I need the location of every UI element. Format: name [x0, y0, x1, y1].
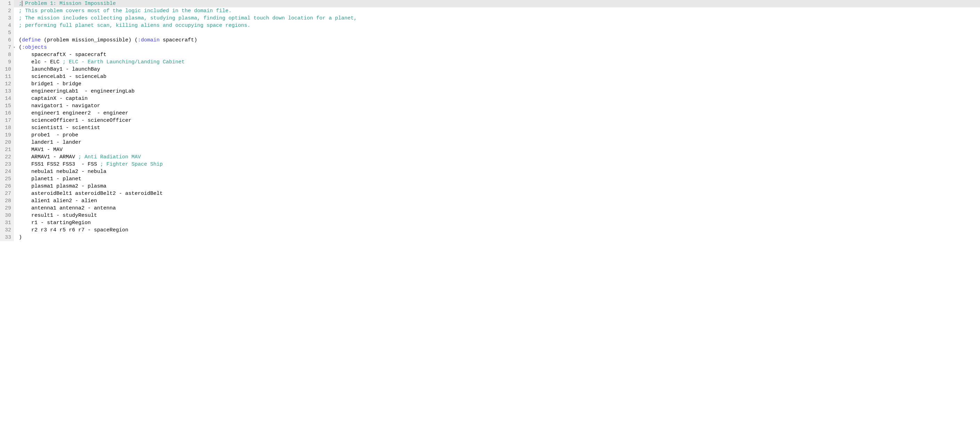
comment-token: ; performing full planet scan, killing a… — [19, 22, 250, 29]
line-number: 21 — [3, 146, 11, 153]
code-line[interactable]: antenna1 antenna2 - antenna — [19, 204, 980, 212]
line-number: 4 — [3, 22, 11, 29]
text-token: antenna1 antenna2 - antenna — [19, 205, 116, 211]
line-number: 6 — [3, 37, 11, 44]
line-number: 30 — [3, 212, 11, 219]
line-number: 32 — [3, 226, 11, 234]
code-line[interactable]: ; Problem 1: Mission Impossible — [14, 0, 980, 7]
line-number: 12 — [3, 80, 11, 88]
text-token: captainX - captain — [19, 96, 88, 102]
comment-token: ; ELC - Earth Launching/Landing Cabinet — [63, 59, 185, 65]
line-number: 14 — [3, 95, 11, 102]
line-number: 10 — [3, 66, 11, 73]
code-line[interactable]: launchBay1 - launchBay — [19, 66, 980, 73]
line-number: 25 — [3, 175, 11, 183]
line-number: 15 — [3, 102, 11, 110]
line-number: 5 — [3, 29, 11, 37]
line-number: 17 — [3, 117, 11, 124]
code-line[interactable]: ARMAV1 - ARMAV ; Anti Radiation MAV — [19, 153, 980, 161]
text-token: alien1 alien2 - alien — [19, 198, 97, 204]
text-token: ( — [19, 45, 22, 51]
code-line[interactable]: lander1 - lander — [19, 139, 980, 146]
text-token: scienceOfficer1 - scienceOfficer — [19, 118, 132, 123]
text-token: asteroidBelt1 asteroidBelt2 - asteroidBe… — [19, 191, 163, 196]
code-line[interactable]: plasma1 plasma2 - plasma — [19, 183, 980, 190]
code-line[interactable]: result1 - studyResult — [19, 212, 980, 219]
text-token: FSS1 FSS2 FSS3 - FSS — [19, 161, 100, 167]
code-line[interactable]: (:objects — [19, 44, 980, 51]
text-token: engineeringLab1 - engineeringLab — [19, 88, 135, 94]
code-line[interactable]: FSS1 FSS2 FSS3 - FSS ; Fighter Space Shi… — [19, 161, 980, 168]
code-line[interactable]: navigator1 - navigator — [19, 102, 980, 110]
text-token: r1 - startingRegion — [19, 220, 91, 226]
line-number: 31 — [3, 219, 11, 226]
code-line[interactable]: probe1 - probe — [19, 131, 980, 139]
text-token: elc - ELC — [19, 59, 63, 65]
line-number: 23 — [3, 161, 11, 168]
text-token: (problem mission_impossible) ( — [41, 37, 138, 43]
text-token: spacecraftX - spacecraft — [19, 52, 107, 58]
code-line[interactable]: captainX - captain — [19, 95, 980, 102]
line-number: 27 — [3, 190, 11, 197]
text-token: navigator1 - navigator — [19, 103, 100, 109]
text-token: engineer1 engineer2 - engineer — [19, 110, 128, 116]
text-token: planet1 - planet — [19, 176, 81, 182]
code-line[interactable]: engineeringLab1 - engineeringLab — [19, 88, 980, 95]
text-token: scientist1 - scientist — [19, 125, 100, 131]
comment-token: ; Anti Radiation MAV — [78, 154, 141, 160]
code-line[interactable]: asteroidBelt1 asteroidBelt2 - asteroidBe… — [19, 190, 980, 197]
text-token: lander1 - lander — [19, 140, 81, 145]
code-line[interactable] — [19, 29, 980, 37]
line-number: 28 — [3, 197, 11, 204]
code-line[interactable]: scienceOfficer1 - scienceOfficer — [19, 117, 980, 124]
code-line[interactable]: r1 - startingRegion — [19, 219, 980, 226]
line-number: 16 — [3, 110, 11, 117]
line-number: 7 — [3, 44, 11, 51]
code-area[interactable]: ; Problem 1: Mission Impossible; This pr… — [14, 0, 980, 241]
text-token: nebula1 nebula2 - nebula — [19, 169, 107, 175]
code-line[interactable]: engineer1 engineer2 - engineer — [19, 110, 980, 117]
code-line[interactable]: nebula1 nebula2 - nebula — [19, 168, 980, 175]
code-line[interactable]: alien1 alien2 - alien — [19, 197, 980, 204]
comment-token: Problem 1: Mission Impossible — [22, 1, 116, 6]
code-editor[interactable]: 1234567891011121314151617181920212223242… — [0, 0, 980, 241]
line-number: 19 — [3, 131, 11, 139]
text-token: bridge1 - bridge — [19, 81, 81, 87]
text-token: r2 r3 r4 r5 r6 r7 - spaceRegion — [19, 227, 128, 233]
line-number: 8 — [3, 51, 11, 59]
code-line[interactable]: ; This problem covers most of the logic … — [19, 7, 980, 14]
line-number: 22 — [3, 153, 11, 161]
comment-token: ; Fighter Space Ship — [100, 161, 163, 167]
text-token: ARMAV1 - ARMAV — [19, 154, 78, 160]
code-line[interactable]: ; The mission includes collecting plasma… — [19, 14, 980, 22]
text-token: launchBay1 - launchBay — [19, 67, 100, 72]
text-token: ) — [19, 234, 22, 241]
code-line[interactable]: scientist1 - scientist — [19, 124, 980, 131]
code-line[interactable]: planet1 - planet — [19, 175, 980, 183]
code-line[interactable]: r2 r3 r4 r5 r6 r7 - spaceRegion — [19, 226, 980, 234]
text-token: spacecraft) — [160, 37, 197, 43]
line-number: 18 — [3, 124, 11, 131]
line-number: 11 — [3, 73, 11, 80]
code-line[interactable]: ; performing full planet scan, killing a… — [19, 22, 980, 29]
code-line[interactable]: bridge1 - bridge — [19, 80, 980, 88]
text-token: scienceLab1 - scienceLab — [19, 74, 107, 80]
code-line[interactable]: MAV1 - MAV — [19, 146, 980, 153]
text-token: ( — [19, 37, 22, 43]
code-line[interactable]: scienceLab1 - scienceLab — [19, 73, 980, 80]
keyword-token: :objects — [22, 45, 47, 51]
text-token: probe1 - probe — [19, 132, 78, 138]
code-line[interactable]: elc - ELC ; ELC - Earth Launching/Landin… — [19, 59, 980, 66]
code-line[interactable]: ) — [19, 234, 980, 241]
text-token: MAV1 - MAV — [19, 147, 63, 153]
line-number: 33 — [3, 234, 11, 241]
comment-token: ; — [19, 1, 22, 6]
code-line[interactable]: (define (problem mission_impossible) (:d… — [19, 37, 980, 44]
line-number: 1 — [3, 0, 11, 7]
line-number: 24 — [3, 168, 11, 175]
line-number: 13 — [3, 88, 11, 95]
code-line[interactable]: spacecraftX - spacecraft — [19, 51, 980, 59]
line-number-gutter: 1234567891011121314151617181920212223242… — [0, 0, 14, 241]
line-number: 3 — [3, 14, 11, 22]
keyword-token: :domain — [138, 37, 160, 43]
